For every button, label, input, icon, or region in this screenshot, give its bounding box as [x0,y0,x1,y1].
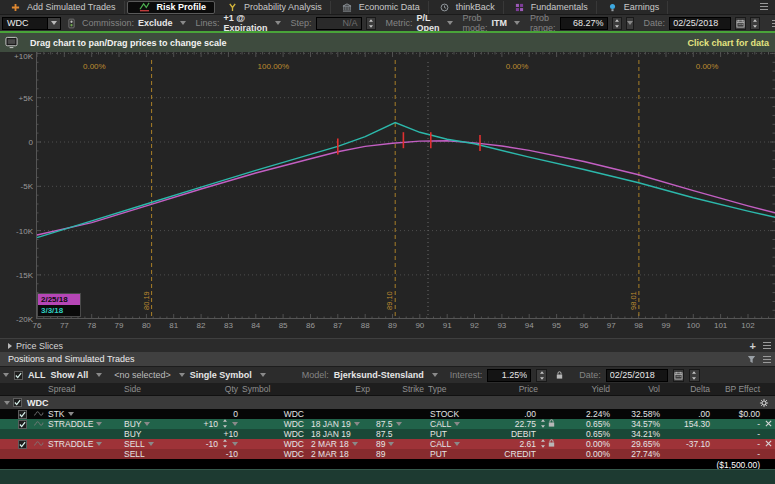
prob-mode-value[interactable]: ITM [492,18,508,28]
tab-fundamentals[interactable]: Fundamentals [504,1,597,14]
positions-menu-icon[interactable] [759,355,775,364]
spread-cell[interactable]: STRADDLE [46,419,122,429]
symbol-mode-dropdown[interactable]: Single Symbol [190,370,252,380]
group-checkbox[interactable] [13,398,22,407]
exp-cell[interactable]: 18 JAN 19 [306,429,372,439]
calendar-icon[interactable] [673,369,684,382]
table-row[interactable]: STK0WDCSTOCK.002.24%32.58%.00$0.00 [0,409,775,419]
spread-cell[interactable]: STRADDLE [46,439,122,449]
interest-spinner[interactable] [536,369,547,382]
side-cell[interactable]: SELL [122,449,174,459]
link-icon[interactable] [65,18,78,29]
strike-cell[interactable]: 89 [372,449,426,459]
type-cell[interactable]: CALL [426,439,482,449]
side-cell[interactable]: SELL [122,439,174,449]
table-row[interactable]: SELL-10WDC2 MAR 1889PUTCREDIT0.00%27.74%… [0,449,775,459]
commission-value[interactable]: Exclude [138,18,173,28]
chevron-down-icon [275,21,281,25]
row-checkbox[interactable] [18,410,27,419]
prob-range-input[interactable] [560,17,608,30]
exp-cell[interactable]: 2 MAR 18 [306,449,372,459]
price-slices-bar[interactable]: Price Slices + [0,338,775,352]
column-header-delta[interactable]: Delta [662,384,712,394]
all-checkbox[interactable] [14,371,23,380]
column-header-vol[interactable]: Vol [612,384,662,394]
table-row[interactable]: STRADDLEBUY+10WDC18 JAN 1987.5CALL22.750… [0,419,775,429]
group-dropdown[interactable]: <no selected> [114,370,171,380]
remove-row-icon[interactable] [765,419,772,429]
add-slice-icon[interactable]: + [747,340,759,352]
positions-date-spinner[interactable] [689,369,700,382]
column-header-symbol[interactable]: Symbol [240,384,306,394]
clock-icon [437,3,452,12]
lock-icon[interactable] [552,370,567,380]
symbol-group-row[interactable]: WDC [0,396,775,409]
column-header-price[interactable]: Price [482,384,558,394]
collapse-arrow-icon[interactable] [3,373,9,377]
price-cell[interactable]: CREDIT [482,449,558,459]
column-header-bp-effect[interactable]: BP Effect [712,384,762,394]
prob-range-spinner[interactable] [612,17,622,30]
symbol-cell: WDC [240,409,306,419]
show-all-dropdown[interactable]: Show All [51,370,89,380]
interest-input[interactable] [487,369,531,382]
lines-value[interactable]: +1 @ Expiration [224,13,268,33]
slices-menu-icon[interactable] [759,341,775,350]
risk-profile-chart[interactable]: +10K+5K0-5K-10K-15K-20K 80.1989.1098.010… [0,52,775,338]
row-checkbox[interactable] [18,420,27,429]
column-header-yield[interactable]: Yield [558,384,612,394]
filter-icon[interactable] [744,355,759,364]
column-header-type[interactable]: Type [426,384,482,394]
collapse-arrow-icon[interactable] [4,401,10,405]
tab-add-simulated-trades[interactable]: Add Simulated Trades [0,1,125,14]
tabbar-menu-icon[interactable] [756,2,772,11]
type-cell[interactable]: PUT [426,449,482,459]
analyze-wave-icon [33,439,44,449]
row-checkbox[interactable] [18,440,27,449]
tab-economic-data[interactable]: Economic Data [331,1,429,14]
strike-cell[interactable]: 89 [372,439,426,449]
x-axis-label: 102 [738,321,758,330]
expand-arrow-icon[interactable] [8,343,12,349]
tab-risk-profile[interactable]: Risk Profile [127,1,216,14]
spread-cell[interactable]: STK [46,409,122,419]
type-cell[interactable]: CALL [426,419,482,429]
column-header-strike[interactable]: Strike [372,384,426,394]
strike-cell[interactable]: 87.5 [372,429,426,439]
type-cell[interactable]: STOCK [426,409,482,419]
prob-range-dropdown[interactable] [626,17,634,30]
step-input[interactable] [316,17,362,30]
tab-probability-analysis[interactable]: Probability Analysis [217,1,331,14]
positions-bar[interactable]: Positions and Simulated Trades [0,352,775,366]
type-cell[interactable]: PUT [426,429,482,439]
model-value[interactable]: Bjerksund-Stensland [334,370,424,380]
positions-date-input[interactable] [606,369,668,382]
exp-cell[interactable]: 18 JAN 19 [306,419,372,429]
column-header-exp[interactable]: Exp [306,384,372,394]
tab-earnings[interactable]: Earnings [597,1,669,14]
date-spinner[interactable] [750,17,760,30]
remove-row-icon[interactable] [765,439,772,449]
plot-area[interactable]: 80.1989.1098.010.00%100.00%0.00%0.00% [36,52,775,319]
strike-cell[interactable]: 87.5 [372,419,426,429]
column-header-side[interactable]: Side [122,384,174,394]
date-input[interactable] [669,17,731,30]
side-cell[interactable]: BUY [122,419,174,429]
chart-window-icon[interactable] [5,36,18,49]
metric-value[interactable]: P/L Open [417,13,440,33]
x-axis-label: 76 [27,321,47,330]
step-spinner[interactable] [366,17,376,30]
exp-cell[interactable]: 2 MAR 18 [306,439,372,449]
chevron-down-icon[interactable] [47,18,60,29]
column-header-spread[interactable]: Spread [46,384,122,394]
qty-cell[interactable]: -10 [174,449,240,459]
side-cell[interactable]: BUY [122,429,174,439]
table-row[interactable]: BUY+10WDC18 JAN 1987.5PUTDEBIT0.65%34.21… [0,429,775,439]
table-row[interactable]: STRADDLESELL-10WDC2 MAR 1889CALL2.610.00… [0,439,775,449]
toolbar-menu-icon[interactable] [768,19,775,28]
tab-thinkback[interactable]: thinkBack [429,1,504,14]
column-header-qty[interactable]: Qty [174,384,240,394]
symbol-combobox[interactable]: WDC [2,17,61,30]
calendar-icon[interactable] [735,17,746,30]
gear-icon[interactable] [759,398,769,408]
